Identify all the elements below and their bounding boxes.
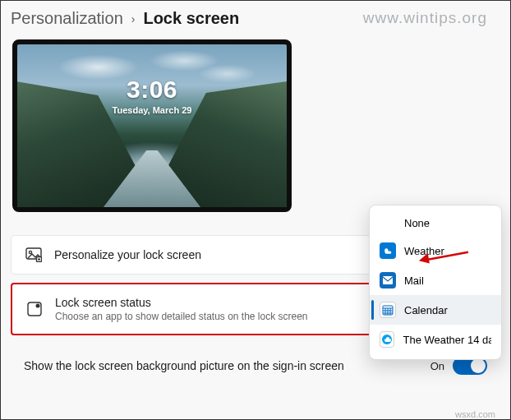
breadcrumb-parent[interactable]: Personalization [11,9,123,28]
lockscreen-preview: 3:06 Tuesday, March 29 [12,39,292,212]
status-subtitle: Choose an app to show detailed status on… [55,311,308,322]
watermark-text: www.wintips.org [363,9,487,27]
mail-icon [380,272,396,288]
svg-rect-6 [383,276,393,284]
chevron-right-icon: › [131,12,136,25]
calendar-icon [380,302,396,318]
status-app-dropdown: None Weather Mail Calendar The Weather 1… [369,205,502,360]
picture-icon [25,247,43,262]
preview-time: 3:06 [17,76,287,104]
dropdown-label: None [404,217,430,229]
toggle-label: On [430,360,444,372]
svg-point-4 [36,304,39,307]
dropdown-label: The Weather 14 day [403,334,491,346]
signin-label: Show the lock screen background picture … [24,359,344,372]
status-app-icon [25,301,44,317]
dropdown-label: Mail [404,275,424,287]
dropdown-label: Calendar [404,304,448,316]
weather14-icon [380,331,394,348]
weather-icon [380,242,396,259]
dropdown-item-none[interactable]: None [370,210,501,236]
dropdown-item-calendar[interactable]: Calendar [370,295,501,325]
personalize-label: Personalize your lock screen [54,248,201,261]
dropdown-item-weather14[interactable]: The Weather 14 day [370,325,501,354]
footer-watermark: wsxd.com [455,409,495,419]
preview-date: Tuesday, March 29 [17,105,287,115]
status-title: Lock screen status [55,296,308,309]
svg-point-1 [29,251,31,253]
breadcrumb-current: Lock screen [143,9,239,28]
